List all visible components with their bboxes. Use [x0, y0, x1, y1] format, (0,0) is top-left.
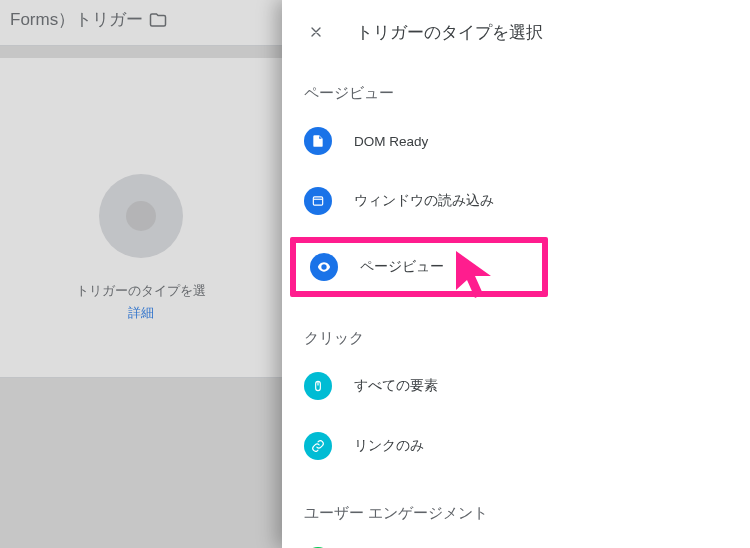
- section-title-pageview: ページビュー: [282, 84, 750, 117]
- item-all-elements[interactable]: すべての要素: [282, 362, 750, 410]
- under-title: Forms）トリガー: [10, 8, 143, 31]
- under-placeholder-text: トリガーのタイプを選: [70, 282, 212, 300]
- under-circle-icon: [99, 174, 183, 258]
- item-dom-ready[interactable]: DOM Ready: [282, 117, 750, 165]
- item-youtube[interactable]: YouTube 動画: [282, 537, 750, 548]
- item-window-load[interactable]: ウィンドウの読み込み: [282, 177, 750, 225]
- section-click: クリック すべての要素 リンクのみ: [282, 315, 750, 490]
- highlight-pageview: ページビュー: [290, 237, 548, 297]
- document-icon: [304, 127, 332, 155]
- item-label: リンクのみ: [354, 437, 424, 455]
- item-label: ウィンドウの読み込み: [354, 192, 494, 210]
- trigger-type-panel: トリガーのタイプを選択 ページビュー DOM Ready ウィンドウの読み込み: [282, 0, 750, 548]
- item-label: DOM Ready: [354, 134, 428, 149]
- mouse-icon: [304, 372, 332, 400]
- under-details-link: 詳細: [128, 304, 154, 322]
- eye-icon: [310, 253, 338, 281]
- panel-title: トリガーのタイプを選択: [356, 21, 543, 44]
- panel-header: トリガーのタイプを選択: [282, 0, 750, 66]
- item-label: ページビュー: [360, 258, 444, 276]
- item-pageview[interactable]: ページビュー: [296, 243, 542, 291]
- svg-rect-0: [313, 197, 322, 205]
- panel-body: ページビュー DOM Ready ウィンドウの読み込み ページビュー: [282, 66, 750, 548]
- background-underlay: Forms）トリガー トリガーのタイプを選 詳細: [0, 0, 282, 548]
- item-links-only[interactable]: リンクのみ: [282, 422, 750, 470]
- folder-icon: [149, 11, 167, 29]
- close-button[interactable]: [300, 16, 332, 48]
- svg-point-2: [323, 266, 326, 269]
- under-topbar: Forms）トリガー: [0, 0, 282, 46]
- link-icon: [304, 432, 332, 460]
- section-title-engagement: ユーザー エンゲージメント: [282, 504, 750, 537]
- section-pageview: ページビュー DOM Ready ウィンドウの読み込み ページビュー: [282, 70, 750, 315]
- section-title-click: クリック: [282, 329, 750, 362]
- section-engagement: ユーザー エンゲージメント YouTube 動画: [282, 490, 750, 548]
- under-card: トリガーのタイプを選 詳細: [0, 58, 282, 378]
- item-label: すべての要素: [354, 377, 438, 395]
- window-icon: [304, 187, 332, 215]
